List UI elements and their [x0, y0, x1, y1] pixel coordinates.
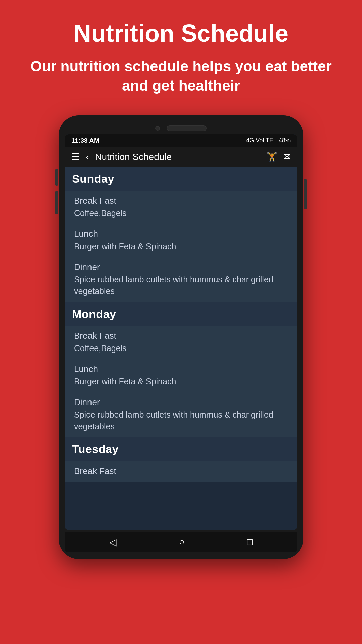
page-subtitle: Our nutrition schedule helps you eat bet…: [20, 57, 342, 95]
sunday-dinner: Dinner Spice rubbed lamb cutlets with hu…: [65, 257, 297, 302]
phone-screen: 11:38 AM 4G VoLTE 48% ☰ ‹ Nutrition Sche…: [65, 134, 297, 530]
tuesday-breakfast-type: Break Fast: [74, 466, 288, 476]
front-camera: [155, 126, 160, 131]
tuesday-breakfast: Break Fast: [65, 461, 297, 483]
sunday-dinner-desc: Spice rubbed lamb cutlets with hummus & …: [74, 274, 288, 297]
monday-dinner-desc: Spice rubbed lamb cutlets with hummus & …: [74, 409, 288, 432]
page-background: Nutrition Schedule Our nutrition schedul…: [0, 0, 362, 559]
sunday-lunch-type: Lunch: [74, 229, 288, 239]
nav-home-icon[interactable]: ○: [179, 537, 185, 547]
meal-list: Sunday Break Fast Coffee,Bagels Lunch Bu…: [65, 167, 297, 483]
sunday-breakfast: Break Fast Coffee,Bagels: [65, 191, 297, 224]
volume-up-button[interactable]: [55, 169, 58, 186]
monday-dinner-type: Dinner: [74, 397, 288, 408]
sunday-lunch: Lunch Burger with Feta & Spinach: [65, 224, 297, 257]
day-header-tuesday: Tuesday: [65, 437, 297, 461]
status-bar: 11:38 AM 4G VoLTE 48%: [65, 134, 297, 147]
sunday-breakfast-type: Break Fast: [74, 196, 288, 206]
day-header-sunday: Sunday: [65, 167, 297, 191]
menu-icon[interactable]: ☰: [71, 152, 80, 162]
monday-lunch-type: Lunch: [74, 364, 288, 374]
phone-top-bar: [65, 125, 297, 131]
monday-lunch-desc: Burger with Feta & Spinach: [74, 376, 288, 387]
status-time: 11:38 AM: [71, 137, 99, 144]
sunday-breakfast-desc: Coffee,Bagels: [74, 207, 288, 219]
phone-frame: 11:38 AM 4G VoLTE 48% ☰ ‹ Nutrition Sche…: [59, 115, 303, 559]
nav-recent-icon[interactable]: □: [247, 537, 253, 547]
phone-speaker: [167, 125, 207, 131]
app-toolbar: ☰ ‹ Nutrition Schedule 🏋 ✉: [65, 147, 297, 167]
monday-breakfast: Break Fast Coffee,Bagels: [65, 326, 297, 359]
day-header-monday: Monday: [65, 302, 297, 326]
volume-down-button[interactable]: [55, 191, 58, 214]
status-network: 4G VoLTE 48%: [246, 137, 291, 144]
workout-icon[interactable]: 🏋: [266, 152, 277, 162]
monday-breakfast-type: Break Fast: [74, 331, 288, 341]
monday-dinner: Dinner Spice rubbed lamb cutlets with hu…: [65, 392, 297, 437]
toolbar-action-icons: 🏋 ✉: [266, 152, 291, 162]
sunday-dinner-type: Dinner: [74, 262, 288, 272]
nav-back-icon[interactable]: ◁: [109, 537, 117, 548]
power-button[interactable]: [304, 179, 307, 209]
phone-nav-bar: ◁ ○ □: [65, 532, 297, 552]
toolbar-title: Nutrition Schedule: [95, 152, 260, 162]
sunday-lunch-desc: Burger with Feta & Spinach: [74, 240, 288, 252]
monday-breakfast-desc: Coffee,Bagels: [74, 342, 288, 354]
page-header: Nutrition Schedule Our nutrition schedul…: [0, 0, 362, 109]
mail-icon[interactable]: ✉: [283, 152, 291, 162]
back-icon[interactable]: ‹: [86, 152, 89, 162]
page-title: Nutrition Schedule: [20, 20, 342, 47]
monday-lunch: Lunch Burger with Feta & Spinach: [65, 359, 297, 392]
